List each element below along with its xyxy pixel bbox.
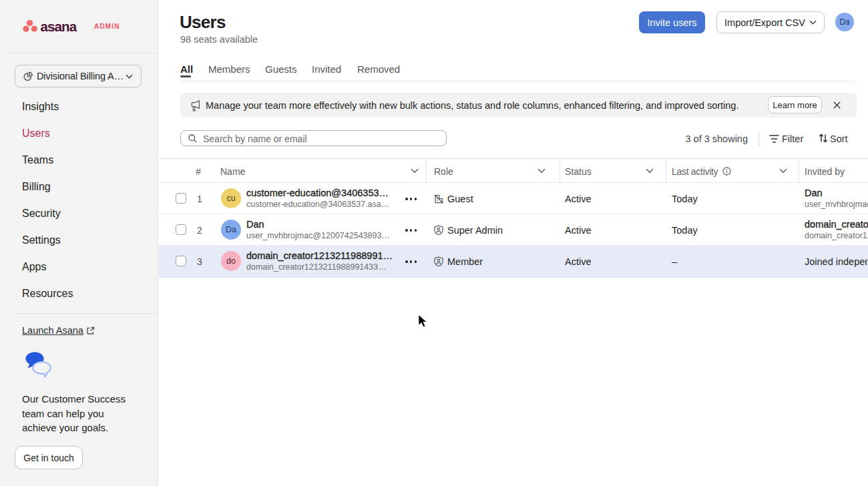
svg-text:ADMIN: ADMIN: [94, 23, 120, 30]
svg-text:asana: asana: [41, 19, 77, 34]
